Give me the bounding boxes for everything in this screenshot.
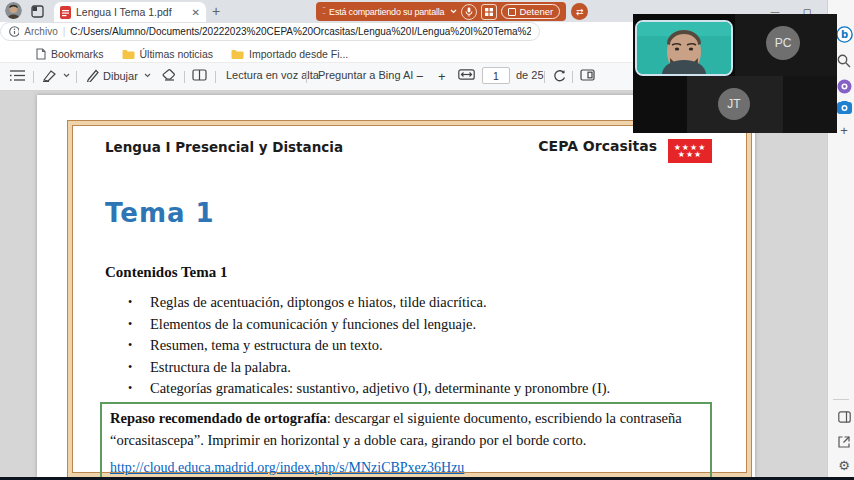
microphone-button[interactable]	[461, 4, 477, 20]
open-external-icon[interactable]	[835, 433, 853, 451]
page-layout-icon[interactable]	[580, 69, 595, 81]
bullet-text: Reglas de acentuación, diptongos e hiato…	[150, 292, 487, 314]
file-info-icon[interactable]	[9, 26, 19, 37]
bullet-text: Estructura de la palabra.	[150, 357, 291, 379]
contents-heading: Contenidos Tema 1	[105, 264, 228, 281]
page-number-input[interactable]	[482, 67, 510, 84]
page-total-label: de 25	[516, 69, 544, 81]
pdf-file-icon	[60, 6, 71, 19]
note-bold-text: Repaso recomendado de ortografía	[110, 410, 327, 426]
tools-icon[interactable]	[835, 77, 853, 95]
video-call-overlay[interactable]: PC JT	[633, 14, 837, 133]
zoom-in-button[interactable]: +	[438, 69, 446, 84]
participant-avatar: JT	[718, 88, 750, 120]
flag-stars-row2: ★★★	[678, 151, 703, 158]
toolbar-divider	[215, 71, 216, 83]
folder-icon	[122, 49, 135, 60]
workspaces-icon[interactable]	[31, 5, 44, 18]
participant-avatar: PC	[766, 26, 800, 60]
bookmark-label: Últimas noticias	[140, 48, 214, 60]
participant-tile	[783, 76, 837, 133]
folder-icon	[231, 49, 244, 60]
zoom-out-button[interactable]: −	[416, 69, 424, 84]
list-item: •Elementos de la comunicación y funcione…	[128, 314, 728, 336]
toolbar-divider	[33, 71, 34, 83]
chevron-down-icon	[63, 73, 70, 78]
draw-label: Dibujar	[103, 70, 138, 82]
participant-tile	[633, 76, 687, 133]
bookmark-folder[interactable]: Importado desde Fi...	[231, 48, 348, 60]
toolbar-divider	[184, 71, 185, 83]
share-status-label: Está compartiendo su pantalla	[329, 7, 444, 17]
search-icon[interactable]	[835, 52, 853, 70]
address-bar[interactable]: Archivo | C:/Users/Alumno/Documents/2022…	[0, 22, 540, 41]
bullet-glyph: •	[128, 335, 150, 357]
bullet-glyph: •	[128, 314, 150, 336]
toolbar-divider	[306, 71, 307, 83]
toolbar-divider	[572, 71, 573, 83]
highlighter-button[interactable]	[42, 69, 70, 82]
sidebar-panel-icon[interactable]	[835, 408, 853, 426]
pdf-viewer[interactable]: Lengua I Presencial y Distancia CEPA Orc…	[0, 91, 827, 477]
pen-icon	[86, 69, 99, 82]
list-item: •Estructura de la palabra.	[128, 357, 728, 379]
bookmark-item[interactable]: Bookmarks	[36, 48, 104, 60]
settings-gear-icon[interactable]: ⚙	[835, 456, 853, 474]
screenshot-icon[interactable]	[835, 98, 853, 116]
eraser-icon[interactable]	[162, 69, 176, 81]
rotate-icon[interactable]	[553, 69, 567, 82]
bookmark-label: Bookmarks	[51, 48, 104, 60]
screen: Lengua I Tema 1.pdf ✕ + ⁚⁚ Está comparti…	[0, 0, 854, 480]
tab-title: Lengua I Tema 1.pdf	[76, 6, 187, 18]
address-divider: |	[63, 26, 66, 37]
stop-icon	[508, 8, 516, 16]
madrid-flag-icon: ★★★★ ★★★	[668, 139, 712, 163]
participant-initials: JT	[727, 97, 740, 111]
stop-sharing-button[interactable]: Detener	[501, 4, 560, 19]
browser-profile-avatar[interactable]	[5, 2, 22, 19]
pdf-page: Lengua I Presencial y Distancia CEPA Orc…	[37, 95, 755, 477]
bullet-glyph: •	[128, 378, 150, 400]
ask-bing-label: Preguntar a Bing AI	[318, 69, 413, 81]
participant-tile[interactable]: JT	[687, 76, 783, 133]
bullet-text: Resumen, tema y estructura de un texto.	[150, 335, 383, 357]
ask-bing-button[interactable]: Preguntar a Bing AI	[318, 69, 413, 81]
draw-button[interactable]: Dibujar	[86, 69, 151, 82]
toolbar-divider	[76, 71, 77, 83]
document-title: Tema 1	[105, 198, 215, 228]
bookmark-folder[interactable]: Últimas noticias	[122, 48, 214, 60]
sidebar-add-icon[interactable]: +	[835, 121, 853, 139]
screen-share-pill: ⁚⁚ Está compartiendo su pantalla Detener	[316, 2, 566, 21]
address-url: C:/Users/Alumno/Documents/20222023%20CEP…	[70, 26, 531, 37]
contents-bullet-list: •Reglas de acentuación, diptongos e hiat…	[128, 292, 728, 400]
stop-sharing-label: Detener	[519, 6, 553, 17]
list-item: •Categorías gramaticales: sustantivo, ad…	[128, 378, 728, 400]
switch-share-button[interactable]: ⇄	[571, 3, 588, 20]
screen-share-bar: ⁚⁚ Está compartiendo su pantalla Detener…	[316, 2, 588, 21]
webcam-video-tile[interactable]	[635, 20, 733, 76]
new-tab-button[interactable]: +	[212, 3, 220, 19]
share-grid-button[interactable]	[481, 4, 497, 20]
chevron-down-icon	[144, 73, 151, 78]
svg-text:b: b	[840, 29, 847, 40]
toc-icon[interactable]	[10, 69, 25, 82]
webcam-face	[637, 22, 731, 74]
fit-width-icon[interactable]	[458, 69, 475, 80]
bullet-glyph: •	[128, 292, 150, 314]
browser-tab[interactable]: Lengua I Tema 1.pdf ✕	[54, 2, 206, 22]
read-aloud-label: Lectura en voz alta	[226, 69, 319, 81]
read-aloud-button[interactable]: Lectura en voz alta	[226, 69, 319, 81]
document-header-right: CEPA Orcasitas	[517, 138, 657, 154]
note-link[interactable]: http://cloud.educa.madrid.org/index.php/…	[110, 460, 464, 475]
bullet-glyph: •	[128, 357, 150, 379]
participant-initials: PC	[775, 36, 792, 50]
chevron-down-icon[interactable]	[450, 9, 457, 14]
drag-handle-icon[interactable]: ⁚⁚	[322, 7, 325, 16]
participant-tile[interactable]: PC	[735, 14, 837, 76]
bullet-text: Categorías gramaticales: sustantivo, adj…	[150, 378, 610, 400]
bing-chat-icon[interactable]: b	[835, 25, 853, 43]
address-scheme-label: Archivo	[24, 26, 57, 37]
bookmark-label: Importado desde Fi...	[249, 48, 348, 60]
tab-close-icon[interactable]: ✕	[192, 7, 200, 18]
two-page-view-icon[interactable]	[192, 69, 207, 81]
